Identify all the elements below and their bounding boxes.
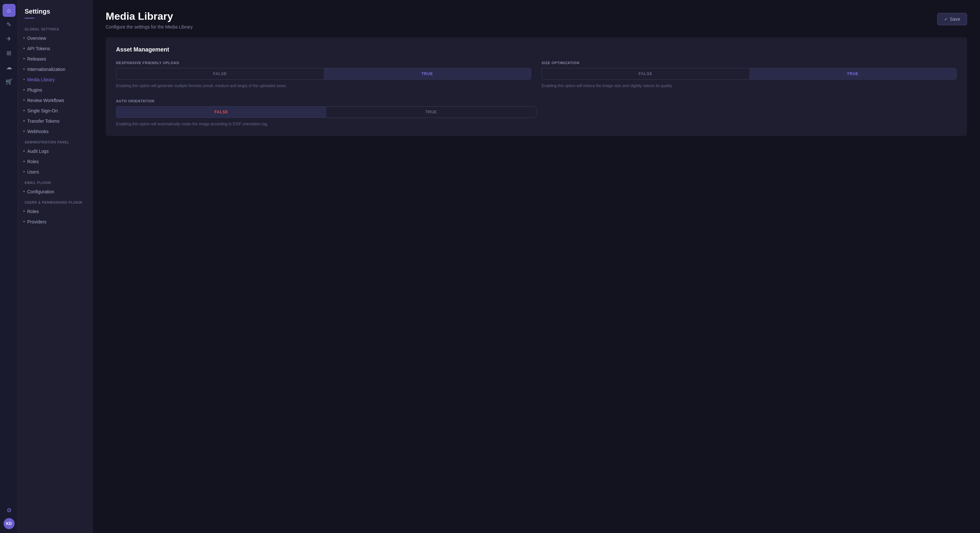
main-header: Media Library Configure the settings for… [93, 0, 980, 37]
cart-icon[interactable]: 🛒 [3, 75, 16, 88]
size-optimization-true-btn[interactable]: TRUE [749, 68, 957, 79]
auto-orientation-setting: Auto orientation FALSE TRUE Enabling thi… [116, 99, 957, 127]
auto-orientation-true-btn[interactable]: TRUE [326, 106, 536, 117]
sidebar-item-single-sign-on[interactable]: Single Sign-On [18, 106, 92, 116]
sidebar-item-audit-logs[interactable]: Audit Logs [18, 146, 92, 156]
home-icon[interactable]: ⌂ [3, 4, 16, 17]
sidebar-divider [25, 18, 34, 19]
sidebar-item-api-tokens[interactable]: API Tokens [18, 43, 92, 54]
main-content: Media Library Configure the settings for… [93, 0, 980, 533]
sidebar-item-providers[interactable]: Providers [18, 217, 92, 227]
paper-plane-icon[interactable]: ✈ [3, 32, 16, 45]
size-optimization-setting: Size optimization FALSE TRUE Enabling th… [541, 61, 957, 89]
administration-panel-label: ADMINISTRATION PANEL [18, 136, 92, 146]
avatar[interactable]: KD [3, 518, 14, 529]
cloud-icon[interactable]: ☁ [3, 61, 16, 74]
sidebar-item-roles[interactable]: Roles [18, 156, 92, 167]
sidebar-item-configuration[interactable]: Configuration [18, 187, 92, 197]
page-subtitle: Configure the settings for the Media Lib… [106, 24, 192, 30]
responsive-upload-setting: Responsive friendly upload FALSE TRUE En… [116, 61, 531, 89]
responsive-upload-true-btn[interactable]: TRUE [324, 68, 531, 79]
sidebar-item-media-library[interactable]: Media Library [18, 75, 92, 85]
sidebar-title: Settings [18, 0, 92, 18]
sidebar-item-users[interactable]: Users [18, 167, 92, 177]
sidebar-item-webhooks[interactable]: Webhooks [18, 126, 92, 136]
sidebar-item-permissions-roles[interactable]: Roles [18, 206, 92, 217]
responsive-upload-label: Responsive friendly upload [116, 61, 531, 65]
responsive-upload-toggle: FALSE TRUE [116, 68, 531, 80]
size-optimization-toggle: FALSE TRUE [541, 68, 957, 80]
auto-orientation-toggle: FALSE TRUE [116, 106, 536, 118]
asset-management-card: Asset Management Responsive friendly upl… [106, 37, 967, 136]
pen-icon[interactable]: ✎ [3, 18, 16, 31]
check-icon: ✓ [944, 16, 948, 22]
grid-icon[interactable]: ⊞ [3, 47, 16, 60]
save-button[interactable]: ✓ Save [937, 13, 967, 25]
responsive-upload-description: Enabling this option will generate multi… [116, 83, 531, 89]
card-title: Asset Management [116, 46, 957, 53]
settings-icon[interactable]: ⚙ [3, 504, 16, 517]
sidebar-item-transfer-tokens[interactable]: Transfer Tokens [18, 116, 92, 126]
users-permissions-plugin-label: USERS & PERMISSIONS PLUGIN [18, 197, 92, 206]
sidebar-item-plugins[interactable]: Plugins [18, 85, 92, 95]
sidebar-item-overview[interactable]: Overview [18, 33, 92, 43]
icon-bar: ⌂ ✎ ✈ ⊞ ☁ 🛒 ⚙ KD [0, 0, 18, 533]
size-optimization-label: Size optimization [541, 61, 957, 65]
page-title: Media Library [106, 10, 192, 22]
sidebar-item-review-workflows[interactable]: Review Workflows [18, 95, 92, 106]
size-optimization-description: Enabling this option will reduce the ima… [541, 83, 957, 89]
settings-grid: Responsive friendly upload FALSE TRUE En… [116, 61, 957, 127]
auto-orientation-false-btn[interactable]: FALSE [116, 106, 326, 117]
sidebar-item-releases[interactable]: Releases [18, 54, 92, 64]
responsive-upload-false-btn[interactable]: FALSE [116, 68, 324, 79]
sidebar: Settings GLOBAL SETTINGS Overview API To… [18, 0, 93, 533]
sidebar-item-internationalization[interactable]: Internationalization [18, 64, 92, 75]
auto-orientation-description: Enabling this option will automatically … [116, 121, 957, 127]
email-plugin-label: EMAIL PLUGIN [18, 177, 92, 187]
global-settings-label: GLOBAL SETTINGS [18, 24, 92, 33]
auto-orientation-label: Auto orientation [116, 99, 957, 103]
size-optimization-false-btn[interactable]: FALSE [542, 68, 749, 79]
